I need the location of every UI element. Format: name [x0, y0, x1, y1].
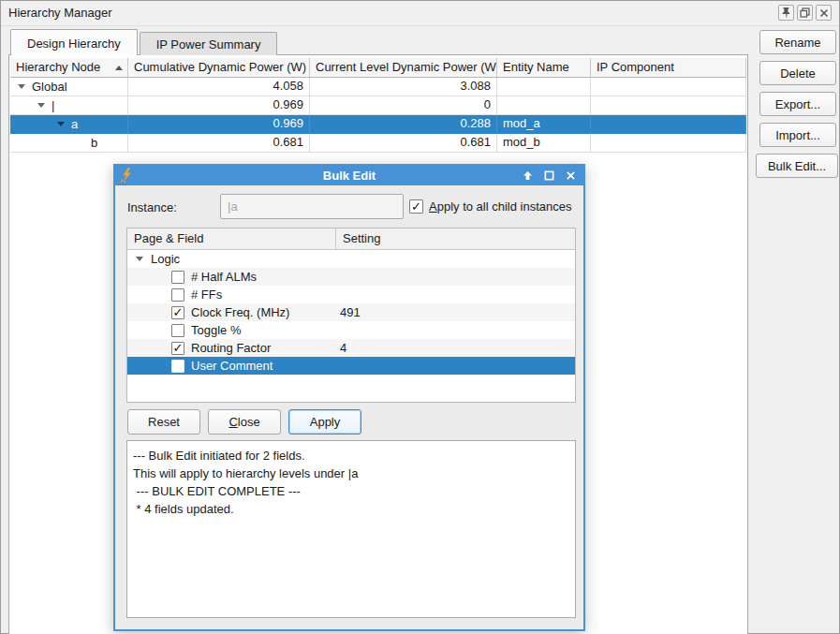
- expander-icon[interactable]: [18, 84, 25, 89]
- column-header-ip-component[interactable]: IP Component: [591, 58, 746, 78]
- tab-bar: Design HierarchyIP Power Summary: [10, 29, 279, 55]
- node-label: Global: [32, 80, 67, 94]
- import-button[interactable]: Import...: [759, 123, 836, 147]
- user-comment-checkbox[interactable]: [171, 360, 184, 373]
- close-icon[interactable]: [563, 169, 578, 184]
- cumulative-power-cell: 0.681: [128, 134, 310, 153]
- clock-freq-mhz-checkbox[interactable]: [171, 306, 184, 319]
- column-header-entity-name[interactable]: Entity Name: [497, 58, 591, 78]
- hierarchy-node-cell: |: [10, 96, 128, 115]
- entity-name-cell: mod_a: [497, 115, 591, 134]
- side-button-column: RenameDeleteExport...Import...Bulk Edit.…: [756, 30, 838, 184]
- maximize-icon[interactable]: [541, 169, 556, 184]
- sort-ascending-icon: [115, 66, 123, 70]
- rename-button[interactable]: Rename: [759, 30, 836, 54]
- entity-name-cell: [497, 96, 591, 115]
- hierarchy-table-body: Global4.0583.088|0.9690a0.9690.288mod_ab…: [10, 78, 746, 153]
- entity-name-cell: [497, 78, 591, 96]
- field-row-half-alms[interactable]: # Half ALMs: [127, 268, 575, 286]
- ip-component-cell: [591, 134, 746, 153]
- pin-icon[interactable]: [778, 5, 794, 21]
- ffs-checkbox[interactable]: [171, 288, 184, 302]
- hierarchy-manager-window: Hierarchy Manager Design HierarchyIP Pow…: [0, 0, 840, 634]
- table-row-a[interactable]: a0.9690.288mod_a: [10, 115, 746, 134]
- field-label: Toggle %: [191, 323, 241, 337]
- apply-to-children-label: Apply to all child instances: [429, 199, 571, 214]
- field-row-user-comment[interactable]: User Comment: [127, 357, 575, 375]
- hierarchy-table-header: Hierarchy NodeCumulative Dynamic Power (…: [10, 58, 746, 78]
- ip-component-cell: [591, 96, 746, 115]
- current-power-cell: 0: [310, 96, 497, 115]
- delete-button[interactable]: Delete: [759, 61, 836, 85]
- field-row-routing-factor[interactable]: Routing Factor4: [127, 339, 575, 357]
- close-icon[interactable]: [816, 5, 832, 21]
- column-header-cumulative-dynamic-power-w[interactable]: Cumulative Dynamic Power (W): [128, 58, 310, 78]
- reset-button[interactable]: Reset: [127, 409, 200, 435]
- routing-factor-checkbox[interactable]: [171, 342, 184, 355]
- half-alms-checkbox[interactable]: [171, 271, 184, 284]
- field-label-cell: User Comment: [127, 357, 336, 375]
- field-row-toggle[interactable]: Toggle %: [127, 321, 575, 339]
- apply-to-children-checkbox[interactable]: [409, 199, 423, 214]
- bulk-edit-button[interactable]: Bulk Edit...: [756, 154, 838, 178]
- field-label-cell: Clock Freq. (MHz): [127, 303, 336, 321]
- expander-icon[interactable]: [37, 103, 45, 108]
- field-column-header-page-field[interactable]: Page & Field: [127, 229, 336, 249]
- window-title: Hierarchy Manager: [8, 6, 112, 20]
- instance-label: Instance:: [127, 200, 177, 214]
- cumulative-power-cell: 0.969: [128, 115, 310, 134]
- field-row-clock-freq-mhz[interactable]: Clock Freq. (MHz)491: [127, 303, 575, 321]
- table-row-[interactable]: |0.9690: [10, 96, 746, 115]
- node-label: |: [52, 98, 54, 112]
- field-label: Logic: [151, 252, 180, 266]
- current-power-cell: 0.681: [310, 134, 497, 153]
- field-setting-cell[interactable]: 491: [336, 305, 575, 319]
- expander-icon[interactable]: [136, 257, 143, 261]
- window-titlebar[interactable]: Hierarchy Manager: [1, 1, 839, 26]
- hierarchy-node-cell: Global: [10, 78, 128, 96]
- float-icon[interactable]: [797, 5, 813, 21]
- column-header-hierarchy-node[interactable]: Hierarchy Node: [10, 58, 128, 78]
- apply-to-children-option[interactable]: Apply to all child instances: [409, 199, 571, 214]
- export-button[interactable]: Export...: [759, 92, 836, 116]
- tab-design-hierarchy[interactable]: Design Hierarchy: [10, 29, 138, 55]
- hierarchy-table: Hierarchy NodeCumulative Dynamic Power (…: [10, 58, 746, 153]
- table-row-b[interactable]: b0.6810.681mod_b: [10, 134, 746, 153]
- field-column-header-setting[interactable]: Setting: [336, 229, 575, 249]
- close-button[interactable]: Close: [208, 409, 281, 435]
- node-label: a: [71, 117, 78, 131]
- expander-icon[interactable]: [57, 122, 65, 126]
- cumulative-power-cell: 0.969: [128, 96, 310, 115]
- bulk-edit-field-table: Page & FieldSetting Logic# Half ALMs# FF…: [126, 228, 576, 403]
- column-header-current-level-dynamic-power-w[interactable]: Current Level Dynamic Power (W): [310, 58, 497, 78]
- field-row-ffs[interactable]: # FFs: [127, 286, 575, 303]
- hierarchy-node-cell: a: [10, 115, 128, 134]
- arrow-up-icon[interactable]: [520, 169, 535, 184]
- entity-name-cell: mod_b: [497, 134, 591, 153]
- field-label-cell: # Half ALMs: [127, 268, 336, 286]
- field-label-cell: Logic: [127, 250, 336, 268]
- field-row-logic[interactable]: Logic: [127, 250, 575, 268]
- toggle-checkbox[interactable]: [171, 324, 184, 337]
- log-line: This will apply to hierarchy levels unde…: [133, 464, 569, 482]
- current-power-cell: 3.088: [310, 78, 497, 96]
- field-label-cell: Toggle %: [127, 321, 336, 339]
- apply-button[interactable]: Apply: [288, 409, 361, 435]
- instance-input[interactable]: [220, 194, 404, 219]
- tab-ip-power-summary[interactable]: IP Power Summary: [140, 32, 278, 55]
- current-power-cell: 0.288: [310, 115, 497, 134]
- field-label: Routing Factor: [191, 341, 271, 355]
- field-setting-cell[interactable]: 4: [336, 341, 575, 355]
- field-label: User Comment: [191, 359, 273, 373]
- field-label-cell: Routing Factor: [127, 339, 336, 357]
- dialog-button-row: ResetCloseApply: [127, 409, 361, 435]
- field-label: # Half ALMs: [191, 270, 257, 284]
- field-table-body: Logic# Half ALMs# FFsClock Freq. (MHz)49…: [127, 250, 575, 375]
- table-row-global[interactable]: Global4.0583.088: [10, 78, 746, 96]
- log-line: * 4 fields updated.: [133, 500, 569, 518]
- bulk-edit-titlebar[interactable]: Bulk Edit: [115, 166, 583, 185]
- ip-component-cell: [591, 115, 746, 134]
- dialog-title: Bulk Edit: [115, 169, 583, 183]
- bulk-edit-log: --- Bulk Edit initiated for 2 fields.Thi…: [126, 440, 576, 618]
- cumulative-power-cell: 4.058: [128, 78, 310, 96]
